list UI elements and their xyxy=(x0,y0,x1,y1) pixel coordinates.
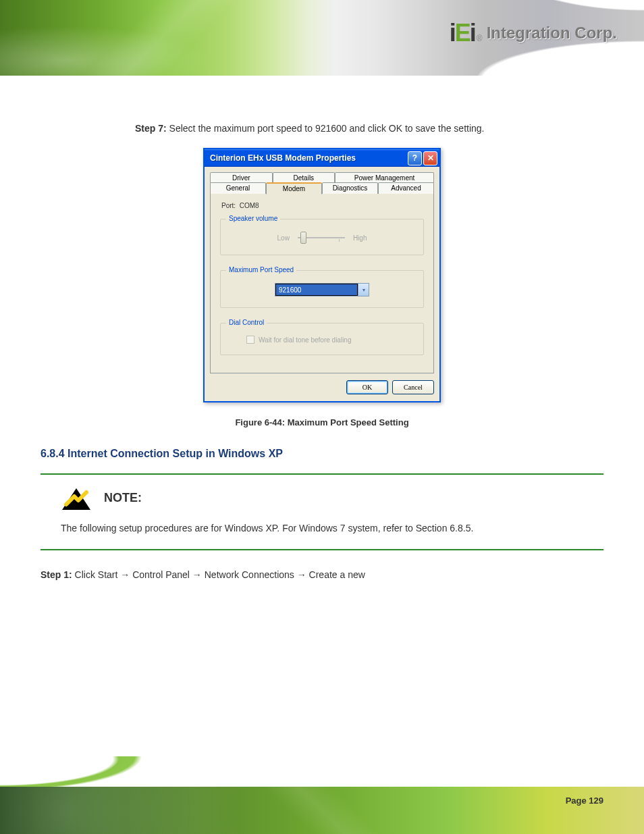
cancel-button[interactable]: Cancel xyxy=(392,380,434,394)
tab-general[interactable]: General xyxy=(210,182,266,194)
note-label: NOTE: xyxy=(104,487,142,505)
logo-mark: iEi® xyxy=(450,19,481,47)
tab-modem[interactable]: Modem xyxy=(266,182,322,194)
dialog-footer: OK Cancel xyxy=(210,373,434,394)
max-port-speed-select[interactable]: 921600 ▾ xyxy=(275,283,369,296)
speaker-low-label: Low xyxy=(277,234,290,242)
speaker-high-label: High xyxy=(353,234,367,242)
speaker-volume-title: Speaker volume xyxy=(226,215,280,222)
ok-button[interactable]: OK xyxy=(346,380,388,394)
tab-panel-modem: Port: COM8 Speaker volume Low High xyxy=(210,193,434,373)
note-icon xyxy=(61,487,92,511)
dialog-title: Cinterion EHx USB Modem Properties xyxy=(210,153,406,163)
footer-band xyxy=(0,787,644,834)
tab-diagnostics[interactable]: Diagnostics xyxy=(322,182,378,194)
wait-dial-tone-label: Wait for dial tone before dialing xyxy=(259,336,352,344)
dial-control-group: Dial Control Wait for dial tone before d… xyxy=(220,323,424,355)
page-content: Step 7: Select the maximum port speed to… xyxy=(0,122,644,588)
step-1: Step 1: Click Start → Control Panel → Ne… xyxy=(41,569,603,580)
tab-advanced[interactable]: Advanced xyxy=(378,182,434,194)
dialog-titlebar: Cinterion EHx USB Modem Properties ? ✕ xyxy=(205,149,439,167)
wait-dial-tone-checkbox[interactable] xyxy=(246,336,254,344)
tab-power-management[interactable]: Power Management xyxy=(335,172,434,183)
section-heading: 6.8.4 Internet Connection Setup in Windo… xyxy=(41,448,603,460)
dial-control-title: Dial Control xyxy=(226,319,267,326)
help-button[interactable]: ? xyxy=(408,151,422,165)
footer xyxy=(0,756,644,834)
dialog-body: Driver Details Power Management General … xyxy=(205,167,439,401)
port-value: COM8 xyxy=(240,202,259,209)
page-number: Page 129 xyxy=(566,796,603,806)
tab-driver[interactable]: Driver xyxy=(210,172,273,183)
step-7: Step 7: Select the maximum port speed to… xyxy=(135,122,603,136)
chevron-down-icon[interactable]: ▾ xyxy=(358,284,369,296)
logo-text: Integration Corp. xyxy=(487,24,617,43)
tab-container: Driver Details Power Management General … xyxy=(210,172,434,373)
port-line: Port: COM8 xyxy=(217,202,427,209)
note-text: The following setup procedures are for W… xyxy=(61,521,583,536)
max-port-speed-group: Maximum Port Speed 921600 ▾ xyxy=(220,270,424,308)
note-box: NOTE: The following setup procedures are… xyxy=(41,473,603,550)
company-logo: iEi® Integration Corp. xyxy=(450,19,617,47)
speaker-volume-slider[interactable] xyxy=(298,232,345,244)
close-button[interactable]: ✕ xyxy=(423,151,437,165)
max-port-speed-title: Maximum Port Speed xyxy=(226,266,296,273)
max-port-speed-value: 921600 xyxy=(275,284,358,296)
modem-properties-dialog: Cinterion EHx USB Modem Properties ? ✕ D… xyxy=(203,148,441,402)
tab-details[interactable]: Details xyxy=(273,172,336,183)
figure-caption: Figure 6-44: Maximum Port Speed Setting xyxy=(41,417,603,427)
speaker-volume-group: Speaker volume Low High xyxy=(220,219,424,255)
